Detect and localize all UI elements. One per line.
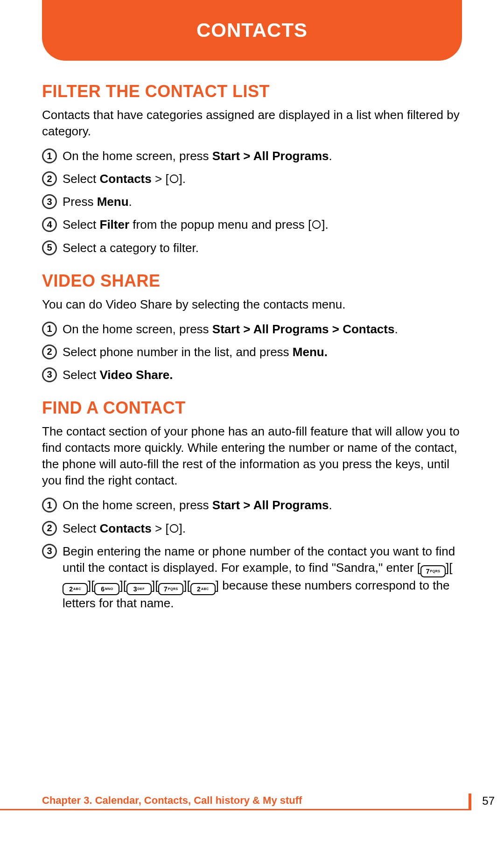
chapter-label: Chapter 3. Calendar, Contacts, Call hist… xyxy=(42,794,302,807)
step-item: 2 Select Contacts > []. xyxy=(42,171,462,187)
keypad-key-icon: 3DEF xyxy=(126,583,152,595)
page-number: 57 xyxy=(482,794,495,808)
step-item: 1 On the home screen, press Start > All … xyxy=(42,148,462,164)
step-text: Select Filter from the popup menu and pr… xyxy=(63,217,462,233)
step-text: Begin entering the name or phone number … xyxy=(63,543,462,611)
keypad-key-icon: 7PQRS xyxy=(420,565,446,577)
ok-icon xyxy=(169,174,179,184)
step-list: 1 On the home screen, press Start > All … xyxy=(42,321,462,383)
page-footer: Chapter 3. Calendar, Contacts, Call hist… xyxy=(0,787,504,810)
step-number-badge: 1 xyxy=(42,498,57,513)
section-heading: FILTER THE CONTACT LIST xyxy=(42,82,462,101)
svg-point-0 xyxy=(170,175,178,183)
page-content: FILTER THE CONTACT LIST Contacts that ha… xyxy=(42,82,462,626)
ok-icon xyxy=(311,219,322,230)
step-text: Select Contacts > []. xyxy=(63,520,462,537)
step-number-badge: 3 xyxy=(42,544,57,559)
step-item: 3 Press Menu. xyxy=(42,194,462,210)
step-text: Select a category to filter. xyxy=(63,240,462,256)
step-text: Select phone number in the list, and pre… xyxy=(63,344,462,360)
manual-page: CONTACTS FILTER THE CONTACT LIST Contact… xyxy=(0,0,504,857)
step-item: 1 On the home screen, press Start > All … xyxy=(42,321,462,337)
step-item: 3 Begin entering the name or phone numbe… xyxy=(42,543,462,611)
step-number-badge: 2 xyxy=(42,521,57,536)
step-text: On the home screen, press Start > All Pr… xyxy=(63,148,462,164)
footer-separator xyxy=(469,794,471,810)
section-find-contact: FIND A CONTACT The contact section of yo… xyxy=(42,398,462,611)
section-filter-contact-list: FILTER THE CONTACT LIST Contacts that ha… xyxy=(42,82,462,256)
keypad-key-icon: 2ABC xyxy=(63,583,88,595)
step-list: 1 On the home screen, press Start > All … xyxy=(42,148,462,256)
section-heading: VIDEO SHARE xyxy=(42,271,462,291)
page-title: CONTACTS xyxy=(196,19,308,42)
keypad-key-icon: 7PQRS xyxy=(158,583,183,595)
ok-icon xyxy=(169,523,179,534)
section-intro: The contact section of your phone has an… xyxy=(42,423,462,489)
header-tab: CONTACTS xyxy=(42,0,462,61)
step-item: 5 Select a category to filter. xyxy=(42,240,462,256)
step-item: 2 Select Contacts > []. xyxy=(42,520,462,537)
step-text: On the home screen, press Start > All Pr… xyxy=(63,321,462,337)
step-number-badge: 1 xyxy=(42,148,57,163)
footer-rule xyxy=(0,809,471,810)
step-text: Select Contacts > []. xyxy=(63,171,462,187)
step-text: Select Video Share. xyxy=(63,367,462,383)
step-text: On the home screen, press Start > All Pr… xyxy=(63,497,462,513)
section-video-share: VIDEO SHARE You can do Video Share by se… xyxy=(42,271,462,383)
step-number-badge: 1 xyxy=(42,322,57,337)
step-number-badge: 3 xyxy=(42,194,57,209)
step-number-badge: 2 xyxy=(42,344,57,359)
step-number-badge: 4 xyxy=(42,217,57,232)
svg-point-2 xyxy=(170,524,178,532)
step-list: 1 On the home screen, press Start > All … xyxy=(42,497,462,611)
svg-point-1 xyxy=(313,221,321,229)
step-item: 4 Select Filter from the popup menu and … xyxy=(42,217,462,233)
section-heading: FIND A CONTACT xyxy=(42,398,462,418)
step-number-badge: 2 xyxy=(42,171,57,186)
section-intro: Contacts that have categories assigned a… xyxy=(42,107,462,140)
step-item: 1 On the home screen, press Start > All … xyxy=(42,497,462,513)
step-text: Press Menu. xyxy=(63,194,462,210)
step-item: 2 Select phone number in the list, and p… xyxy=(42,344,462,360)
step-number-badge: 5 xyxy=(42,240,57,255)
keypad-key-icon: 6MNO xyxy=(94,583,119,595)
section-intro: You can do Video Share by selecting the … xyxy=(42,296,462,313)
step-number-badge: 3 xyxy=(42,367,57,382)
step-item: 3 Select Video Share. xyxy=(42,367,462,383)
keypad-key-icon: 2ABC xyxy=(190,583,216,595)
